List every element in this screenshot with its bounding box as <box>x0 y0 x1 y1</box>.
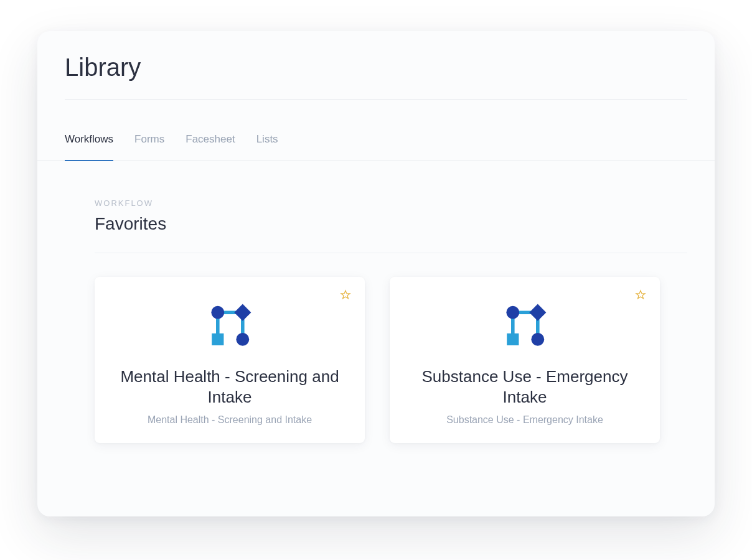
svg-rect-6 <box>212 334 223 345</box>
section-divider <box>95 253 687 253</box>
workflow-card[interactable]: Substance Use - Emergency Intake Substan… <box>390 277 660 443</box>
card-title: Substance Use - Emergency Intake <box>410 366 640 407</box>
card-subtitle: Mental Health - Screening and Intake <box>110 414 350 426</box>
svg-point-7 <box>236 333 249 346</box>
svg-marker-0 <box>341 291 350 299</box>
svg-rect-13 <box>529 304 546 321</box>
card-grid: Mental Health - Screening and Intake Men… <box>95 277 687 443</box>
card-title: Mental Health - Screening and Intake <box>115 366 345 407</box>
section-title: Favorites <box>95 214 687 234</box>
svg-marker-8 <box>636 291 645 299</box>
app-root: Library Workflows Forms Facesheet Lists … <box>0 0 752 560</box>
svg-rect-5 <box>234 304 251 321</box>
tab-lists[interactable]: Lists <box>256 133 278 161</box>
library-panel: Library Workflows Forms Facesheet Lists … <box>37 31 715 516</box>
star-icon[interactable] <box>635 289 646 301</box>
workflow-icon <box>405 296 645 355</box>
tab-facesheet[interactable]: Facesheet <box>186 133 235 161</box>
svg-rect-14 <box>507 334 519 345</box>
tab-bar: Workflows Forms Facesheet Lists <box>37 100 715 161</box>
svg-point-12 <box>506 306 519 319</box>
svg-point-4 <box>211 306 224 319</box>
panel-inner: Library Workflows Forms Facesheet Lists … <box>37 31 715 443</box>
favorites-section: WORKFLOW Favorites <box>37 161 715 443</box>
page-title: Library <box>37 54 715 99</box>
workflow-icon <box>110 296 350 355</box>
section-eyebrow: WORKFLOW <box>95 198 687 208</box>
star-icon[interactable] <box>340 289 351 301</box>
svg-point-15 <box>531 333 544 346</box>
card-subtitle: Substance Use - Emergency Intake <box>405 414 645 426</box>
workflow-card[interactable]: Mental Health - Screening and Intake Men… <box>95 277 365 443</box>
tab-workflows[interactable]: Workflows <box>65 133 113 161</box>
tab-forms[interactable]: Forms <box>134 133 164 161</box>
